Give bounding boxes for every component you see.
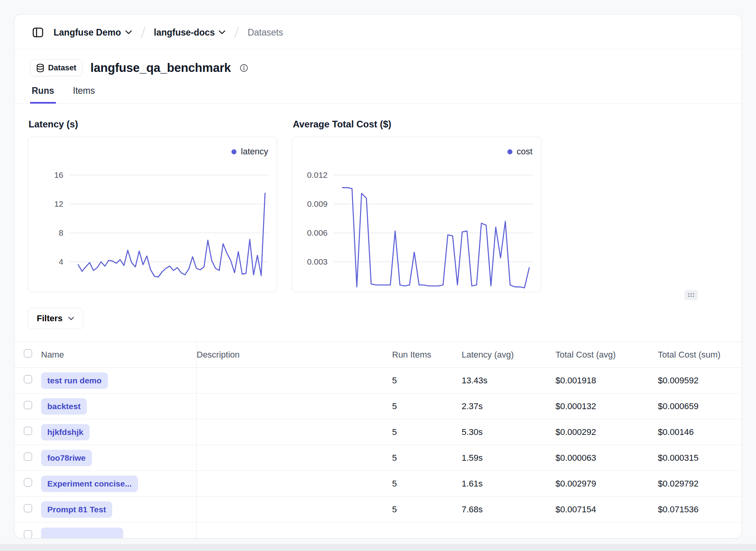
project-name: langfuse-docs — [154, 27, 215, 38]
latency-avg-value: 13.43s — [462, 376, 555, 386]
column-header-description: Description — [197, 350, 392, 360]
cost-legend: cost — [507, 147, 532, 157]
breadcrumb-section[interactable]: Datasets — [247, 27, 283, 38]
panel-left-icon — [32, 27, 43, 38]
page: { "colors":{ "accent":"#4f46e5", "line":… — [0, 0, 756, 551]
run-name-badge[interactable] — [41, 528, 123, 538]
info-icon[interactable] — [240, 64, 248, 72]
total-cost-avg-value: $0.000132 — [555, 401, 658, 411]
dataset-badge-label: Dataset — [48, 63, 76, 72]
tab-bar: Runs Items — [14, 76, 742, 104]
total-cost-sum-value: $0.00146 — [658, 427, 742, 437]
breadcrumb: Langfuse Demo langfuse-docs Datasets — [14, 14, 742, 49]
svg-text:4: 4 — [59, 257, 63, 266]
chevron-down-icon — [219, 30, 226, 35]
table-row[interactable]: backtest 5 2.37s $0.000132 $0.000659 — [14, 394, 742, 419]
total-cost-sum-value: $0.009592 — [658, 376, 742, 386]
total-cost-avg-value: $0.000292 — [555, 427, 658, 437]
breadcrumb-separator — [233, 26, 240, 39]
filters-button[interactable]: Filters — [28, 308, 83, 329]
cost-line-plot: 0.0030.0060.0090.012 — [292, 137, 541, 292]
column-header-total-cost-sum: Total Cost (sum) — [658, 350, 742, 360]
latency-avg-value: 2.37s — [462, 401, 555, 411]
latency-chart-block: Latency (s) latency 481216 — [28, 119, 277, 292]
run-items-count: 5 — [392, 479, 462, 489]
breadcrumb-separator — [140, 26, 146, 39]
run-items-count: 5 — [392, 427, 462, 437]
latency-avg-value: 7.68s — [462, 504, 555, 515]
latency-avg-value: 5.30s — [462, 427, 555, 437]
row-checkbox[interactable] — [24, 401, 32, 409]
latency-legend-label: latency — [241, 147, 268, 157]
total-cost-sum-value: $0.071536 — [658, 504, 742, 515]
dataset-badge: Dataset — [30, 59, 82, 76]
svg-text:12: 12 — [54, 199, 63, 208]
row-checkbox[interactable] — [24, 427, 32, 435]
run-name-badge[interactable]: hjkfdshjk — [41, 424, 90, 440]
row-checkbox[interactable] — [24, 504, 32, 512]
tab-items[interactable]: Items — [72, 86, 97, 104]
table-row[interactable]: hjkfdshjk 5 5.30s $0.000292 $0.00146 — [14, 419, 742, 445]
table-row[interactable]: foo78riwe 5 1.59s $0.000063 $0.000315 — [14, 445, 742, 471]
select-all-checkbox[interactable] — [24, 349, 32, 358]
drag-handle-icon[interactable] — [684, 290, 698, 300]
table-row[interactable]: test run demo 5 13.43s $0.001918 $0.0095… — [14, 368, 742, 394]
latency-chart-title: Latency (s) — [29, 119, 277, 130]
charts-section: Latency (s) latency 481216 Average Total… — [14, 104, 742, 292]
run-name-badge[interactable]: backtest — [41, 398, 87, 415]
table-row-partial[interactable] — [14, 522, 742, 538]
total-cost-sum-value: $0.000659 — [658, 401, 742, 411]
total-cost-sum-value: $0.000315 — [658, 453, 742, 463]
run-items-count: 5 — [392, 376, 462, 386]
total-cost-avg-value: $0.001918 — [555, 376, 658, 386]
run-items-count: 5 — [392, 401, 462, 411]
latency-line-plot: 481216 — [28, 137, 277, 292]
total-cost-avg-value: $0.007154 — [555, 504, 658, 515]
latency-chart: latency 481216 — [28, 137, 277, 292]
svg-text:0.003: 0.003 — [307, 257, 328, 266]
latency-avg-value: 1.59s — [462, 453, 555, 463]
main-panel: Langfuse Demo langfuse-docs Datasets — [14, 14, 742, 538]
row-checkbox[interactable] — [24, 453, 32, 461]
run-name-badge[interactable]: Prompt 81 Test — [41, 501, 112, 518]
runs-table: Name Description Run Items Latency (avg)… — [14, 342, 742, 538]
cost-legend-label: cost — [517, 147, 532, 157]
total-cost-avg-value: $0.002979 — [555, 479, 658, 489]
total-cost-avg-value: $0.000063 — [555, 453, 658, 463]
column-header-name: Name — [40, 342, 197, 367]
horizontal-scrollbar[interactable] — [0, 544, 756, 551]
dataset-header: Dataset langfuse_qa_benchmark — [14, 49, 742, 76]
legend-dot-icon — [231, 149, 236, 154]
org-name: Langfuse Demo — [54, 27, 121, 38]
sidebar-toggle-icon[interactable] — [30, 25, 46, 40]
row-checkbox[interactable] — [24, 478, 32, 487]
cost-chart-block: Average Total Cost ($) cost 0.0030.0060.… — [292, 119, 541, 292]
project-selector[interactable]: langfuse-docs — [154, 27, 226, 38]
latency-avg-value: 1.61s — [462, 479, 555, 489]
run-name-badge[interactable]: foo78riwe — [41, 450, 92, 466]
table-row[interactable]: Prompt 81 Test 5 7.68s $0.007154 $0.0715… — [14, 497, 742, 522]
chevron-down-icon — [125, 30, 132, 35]
filters-label: Filters — [37, 313, 63, 324]
run-name-badge[interactable]: Experiment concise... — [41, 476, 138, 492]
column-header-run-items: Run Items — [392, 350, 462, 360]
legend-dot-icon — [507, 149, 512, 154]
run-name-badge[interactable]: test run demo — [41, 372, 108, 389]
run-items-count: 5 — [392, 504, 462, 515]
column-header-latency-avg: Latency (avg) — [462, 350, 555, 360]
row-checkbox[interactable] — [24, 375, 32, 383]
table-header: Name Description Run Items Latency (avg)… — [14, 342, 742, 368]
org-selector[interactable]: Langfuse Demo — [54, 27, 132, 38]
tools-row: Filters — [14, 292, 742, 329]
table-row[interactable]: Experiment concise... 5 1.61s $0.002979 … — [14, 471, 742, 497]
latency-legend: latency — [231, 147, 268, 157]
tab-runs[interactable]: Runs — [30, 86, 56, 104]
row-checkbox[interactable] — [24, 530, 32, 538]
database-icon — [36, 64, 44, 72]
column-header-total-cost-avg: Total Cost (avg) — [555, 350, 658, 360]
svg-text:16: 16 — [54, 170, 63, 179]
run-items-count: 5 — [392, 453, 462, 463]
cost-chart-title: Average Total Cost ($) — [293, 119, 541, 130]
table-body: test run demo 5 13.43s $0.001918 $0.0095… — [14, 368, 742, 522]
svg-text:8: 8 — [59, 228, 63, 237]
